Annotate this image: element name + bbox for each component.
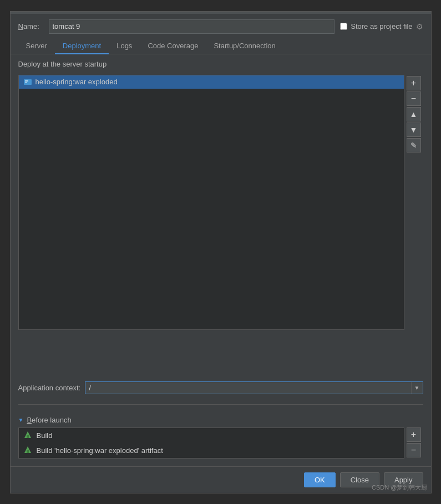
- gear-icon[interactable]: ⚙: [416, 22, 423, 31]
- app-context-row: Application context: ▼: [18, 377, 423, 396]
- svg-rect-1: [25, 80, 28, 82]
- before-launch-section: ▼ Before launch Build: [18, 413, 423, 461]
- store-project-checkbox[interactable]: [340, 23, 347, 30]
- ok-button[interactable]: OK: [304, 472, 336, 487]
- before-launch-list: Build Build 'hello-spring:war exploded' …: [18, 427, 404, 459]
- name-label: Name:: [18, 22, 43, 30]
- watermark: CSDN @梦到韩大厨: [372, 483, 427, 492]
- launch-actions: + −: [404, 427, 423, 459]
- before-launch-item-build-artifact[interactable]: Build 'hello-spring:war exploded' artifa…: [19, 443, 404, 458]
- deploy-item-label: hello-spring:war exploded: [36, 78, 118, 86]
- artifact-icon: [23, 78, 32, 86]
- tabs-row: Server Deployment Logs Code Coverage Sta…: [11, 38, 431, 54]
- build-icon: [23, 430, 32, 441]
- before-launch-item-build[interactable]: Build: [19, 428, 404, 443]
- before-launch-header: ▼ Before launch: [18, 416, 423, 424]
- before-launch-item-build-artifact-label: Build 'hello-spring:war exploded' artifa…: [37, 446, 163, 455]
- collapse-icon[interactable]: ▼: [18, 417, 24, 423]
- svg-rect-2: [25, 82, 27, 83]
- svg-rect-0: [24, 79, 32, 85]
- before-launch-label[interactable]: Before launch: [27, 416, 71, 424]
- divider: [18, 404, 423, 405]
- app-context-input-wrap: ▼: [85, 381, 423, 394]
- app-context-label: Application context:: [18, 384, 81, 392]
- app-context-input[interactable]: [85, 382, 410, 394]
- deploy-list-actions: + − ▲ ▼ ✎: [404, 75, 423, 373]
- deploy-up-button[interactable]: ▲: [407, 107, 421, 121]
- deploy-remove-button[interactable]: −: [407, 91, 421, 106]
- launch-list-row: Build Build 'hello-spring:war exploded' …: [18, 427, 423, 459]
- svg-rect-6: [27, 450, 29, 453]
- deploy-list-container: hello-spring:war exploded + − ▲ ▼ ✎: [18, 75, 423, 373]
- tab-code-coverage[interactable]: Code Coverage: [140, 38, 206, 54]
- dialog-footer: OK Close Apply: [11, 466, 431, 493]
- deploy-section-label: Deploy at the server startup: [18, 60, 423, 68]
- tab-logs[interactable]: Logs: [109, 38, 140, 54]
- app-context-dropdown-button[interactable]: ▼: [411, 382, 423, 394]
- store-project-label: Store as project file: [351, 22, 412, 30]
- name-input[interactable]: [49, 19, 335, 34]
- before-launch-item-build-label: Build: [37, 431, 53, 440]
- svg-rect-4: [27, 435, 29, 438]
- name-row: Name: Store as project file ⚙: [11, 14, 431, 38]
- deploy-add-button[interactable]: +: [407, 76, 421, 90]
- run-config-dialog: Name: Store as project file ⚙ Server Dep…: [10, 11, 432, 493]
- tab-server[interactable]: Server: [18, 38, 55, 54]
- deploy-down-button[interactable]: ▼: [407, 123, 421, 137]
- deploy-list: hello-spring:war exploded: [18, 75, 404, 330]
- tab-startup-connection[interactable]: Startup/Connection: [206, 38, 283, 54]
- content-area: Deploy at the server startup hello-sprin…: [11, 54, 431, 466]
- launch-remove-button[interactable]: −: [407, 443, 421, 457]
- tab-deployment[interactable]: Deployment: [55, 38, 109, 54]
- store-project-row: Store as project file ⚙: [340, 22, 423, 31]
- deploy-item[interactable]: hello-spring:war exploded: [19, 75, 404, 89]
- launch-add-button[interactable]: +: [407, 427, 421, 442]
- deploy-edit-button[interactable]: ✎: [407, 138, 421, 152]
- build-artifact-icon: [23, 445, 32, 456]
